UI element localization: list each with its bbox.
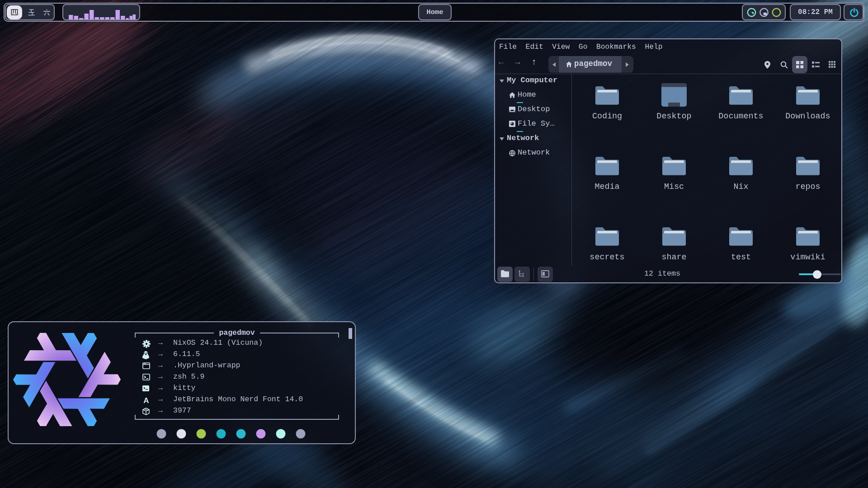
svg-text:A: A: [143, 396, 149, 404]
